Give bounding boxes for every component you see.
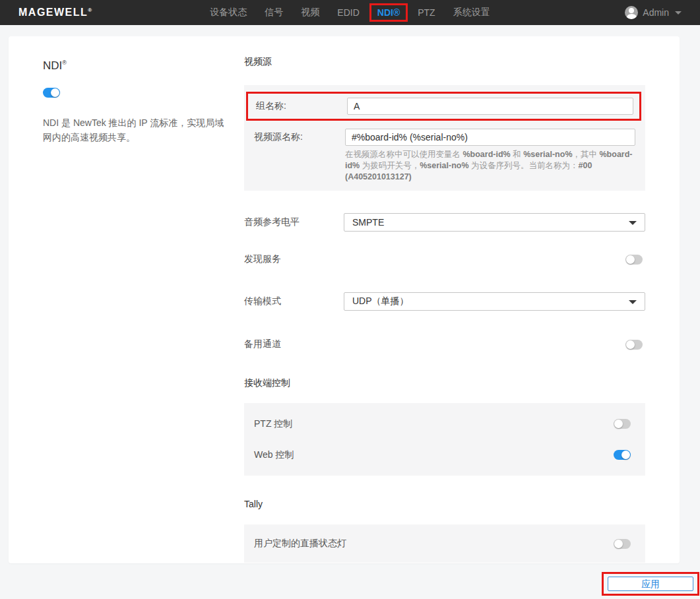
top-navbar: MAGEWELL® 设备状态 信号 视频 EDID NDI® PTZ 系统设置 … [0, 0, 700, 25]
web-control-toggle[interactable] [614, 450, 631, 460]
page-footer: 应用 [0, 572, 700, 596]
ndi-settings-card: NDI® NDI 是 NewTek 推出的 IP 流标准，实现局域网内的高速视频… [9, 36, 680, 563]
group-name-label: 组名称: [256, 100, 347, 112]
magewell-logo: MAGEWELL® [18, 7, 92, 18]
tally-custom-light-label: 用户定制的直播状态灯 [254, 538, 346, 550]
audio-level-value: SMPTE [352, 217, 384, 228]
nav-item-device-status[interactable]: 设备状态 [210, 7, 247, 18]
user-name: Admin [643, 7, 669, 18]
source-name-label: 视频源名称: [254, 131, 345, 143]
discovery-service-label: 发现服务 [244, 253, 344, 265]
user-menu[interactable]: Admin [625, 6, 682, 19]
web-control-label: Web 控制 [254, 449, 294, 461]
backup-channel-toggle[interactable] [625, 340, 643, 350]
tally-panel: 用户定制的直播状态灯 [244, 524, 645, 563]
nav-item-ptz[interactable]: PTZ [418, 7, 435, 18]
transport-mode-select[interactable]: UDP（单播） [344, 292, 645, 311]
tally-custom-light-toggle[interactable] [614, 539, 631, 549]
apply-button[interactable]: 应用 [608, 577, 693, 591]
section-title-receiver-control: 接收端控制 [244, 377, 645, 389]
annotation-box-apply: 应用 [602, 572, 699, 596]
chevron-down-icon [675, 11, 682, 15]
ndi-enable-toggle[interactable] [43, 88, 60, 98]
ptz-control-toggle[interactable] [614, 419, 631, 429]
annotation-box-ndi-tab: NDI® [369, 3, 408, 22]
ndi-title: NDI® [43, 59, 201, 73]
discovery-service-toggle[interactable] [625, 255, 643, 265]
section-title-video-source: 视频源 [244, 56, 645, 68]
nav-item-system-settings[interactable]: 系统设置 [453, 7, 490, 18]
annotation-box-group-name: 组名称: [246, 92, 641, 121]
section-title-tally: Tally [244, 499, 645, 509]
nav-item-signal[interactable]: 信号 [265, 7, 283, 18]
ndi-description: NDI 是 NewTek 推出的 IP 流标准，实现局域网内的高速视频共享。 [43, 115, 230, 144]
ptz-control-label: PTZ 控制 [254, 418, 292, 430]
source-name-hint: 在视频源名称中可以使用变量名 %board-id% 和 %serial-no%，… [345, 149, 635, 183]
dropdown-caret-icon [629, 300, 637, 304]
source-name-input[interactable] [345, 129, 635, 146]
ndi-overview-column: NDI® NDI 是 NewTek 推出的 IP 流标准，实现局域网内的高速视频… [43, 56, 201, 563]
dropdown-caret-icon [629, 221, 637, 225]
video-source-panel: 组名称: 视频源名称: 在视频源名称中可以使用变量名 %board-id% 和 … [244, 85, 645, 191]
audio-level-select[interactable]: SMPTE [344, 213, 645, 232]
user-avatar-icon [625, 6, 638, 19]
audio-level-label: 音频参考电平 [244, 216, 344, 228]
transport-mode-value: UDP（单播） [352, 296, 409, 307]
ndi-settings-column: 视频源 组名称: 视频源名称: 在视频源名称中可以使用变量名 %board-id… [244, 56, 645, 563]
backup-channel-label: 备用通道 [244, 338, 344, 350]
group-name-input[interactable] [347, 98, 633, 115]
nav-item-ndi[interactable]: NDI® [377, 7, 400, 18]
receiver-control-panel: PTZ 控制 Web 控制 [244, 403, 645, 476]
nav-item-edid[interactable]: EDID [337, 7, 359, 18]
transport-mode-label: 传输模式 [244, 296, 344, 307]
nav-item-video[interactable]: 视频 [301, 7, 319, 18]
main-navigation: 设备状态 信号 视频 EDID NDI® PTZ 系统设置 [210, 3, 490, 22]
